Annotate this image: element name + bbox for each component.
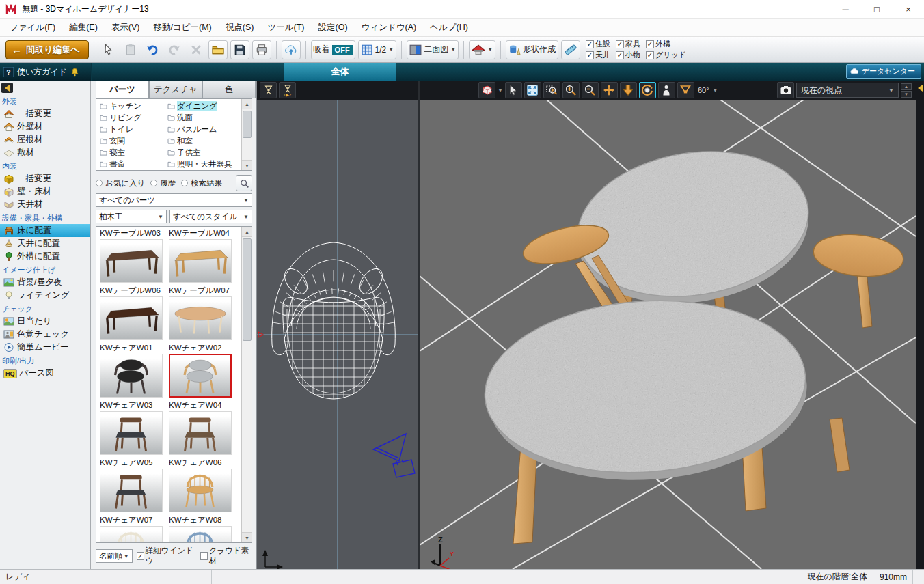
menu-item[interactable]: 表示(V) bbox=[105, 19, 147, 36]
part-item-KWチェアW05[interactable]: KWチェアW05 bbox=[100, 458, 168, 512]
undo-button[interactable] bbox=[143, 40, 162, 59]
category-照明・天井器具[interactable]: 照明・天井器具 bbox=[167, 158, 232, 170]
part-item-KWテーブルW04[interactable]: KWテーブルW04 bbox=[169, 228, 237, 283]
search-button[interactable] bbox=[236, 175, 252, 191]
close-button[interactable]: × bbox=[893, 0, 924, 19]
menu-item[interactable]: 設定(O) bbox=[312, 19, 355, 36]
persp-tool-zoom-out[interactable] bbox=[582, 82, 599, 98]
part-item-KWチェアW02[interactable]: KWチェアW02 bbox=[169, 343, 237, 398]
scroll-up-arrow[interactable]: ▲ bbox=[242, 227, 252, 237]
persp-tool-walk[interactable] bbox=[620, 82, 637, 98]
category-和室[interactable]: 和室 bbox=[167, 135, 232, 147]
scroll-down-arrow[interactable]: ▼ bbox=[242, 532, 252, 542]
menu-item[interactable]: ウィンドウ(A) bbox=[355, 19, 424, 36]
sidebar-item-外構に配置[interactable]: 外構に配置 bbox=[0, 250, 91, 263]
sidebar-item-一括変更[interactable]: 一括変更 bbox=[0, 107, 91, 120]
category-子供室[interactable]: 子供室 bbox=[167, 147, 232, 158]
persp-tool-zoom-region[interactable] bbox=[543, 82, 560, 98]
sidebar-item-屋根材[interactable]: 屋根材 bbox=[0, 133, 91, 146]
menu-item[interactable]: 視点(S) bbox=[219, 19, 261, 36]
plan-view-pane[interactable]: 1▶2 平面図 bbox=[257, 81, 418, 569]
part-thumbnail[interactable] bbox=[100, 469, 163, 512]
part-thumbnail[interactable] bbox=[169, 526, 232, 543]
part-item-KWチェアW06[interactable]: KWチェアW06 bbox=[169, 458, 237, 512]
part-thumbnail[interactable] bbox=[169, 239, 232, 283]
persp-tool-zoom-in[interactable] bbox=[562, 82, 580, 98]
save-viewpoint-button[interactable] bbox=[777, 82, 794, 98]
viewpoint-dropdown[interactable]: 現在の視点▼ bbox=[796, 83, 899, 98]
sidebar-item-外壁材[interactable]: 外壁材 bbox=[0, 120, 91, 133]
part-thumbnail[interactable] bbox=[169, 354, 232, 398]
layer-checkbox-グリッド[interactable]: ✓グリッド bbox=[646, 50, 686, 60]
part-thumbnail[interactable] bbox=[100, 411, 163, 455]
maker-dropdown[interactable]: 柏木工▼ bbox=[96, 210, 167, 223]
sidebar-item-床に配置[interactable]: 床に配置 bbox=[0, 224, 91, 237]
sidebar-item-天井に配置[interactable]: 天井に配置 bbox=[0, 237, 91, 250]
spin-down-button[interactable]: ▼ bbox=[901, 91, 912, 98]
right-collapse-strip[interactable] bbox=[916, 81, 924, 569]
all-parts-dropdown[interactable]: すべてのパーツ▼ bbox=[96, 193, 252, 207]
menu-item[interactable]: ヘルプ(H) bbox=[423, 19, 475, 36]
part-item-KWテーブルW06[interactable]: KWテーブルW06 bbox=[100, 286, 168, 340]
sidebar-item-ライティング[interactable]: ライティング bbox=[0, 289, 91, 302]
category-洗面[interactable]: 洗面 bbox=[167, 112, 232, 124]
sidebar-item-一括変更[interactable]: 一括変更 bbox=[0, 172, 91, 185]
persp-tool-person-view[interactable] bbox=[658, 82, 675, 98]
plan-tool-viewpoint-switch[interactable]: 1▶2 bbox=[279, 82, 296, 98]
category-ダイニング[interactable]: ダイニング bbox=[167, 100, 232, 112]
part-thumbnail[interactable] bbox=[100, 354, 163, 398]
persp-tool-display-mode[interactable] bbox=[478, 82, 495, 98]
grid-scale-dropdown[interactable]: 1/2 ▼ bbox=[358, 40, 397, 59]
part-thumbnail[interactable] bbox=[169, 469, 232, 512]
chevron-down-icon[interactable]: ▼ bbox=[713, 87, 718, 94]
minimize-button[interactable]: ─ bbox=[830, 0, 861, 19]
plan-tool-viewpoint-camera[interactable] bbox=[260, 82, 277, 98]
select-tool-button[interactable] bbox=[99, 40, 118, 59]
layer-checkbox-小物[interactable]: ✓小物 bbox=[616, 50, 640, 60]
menu-item[interactable]: 編集(E) bbox=[62, 19, 105, 36]
cloud-material-checkbox[interactable]: クラウド素材 bbox=[200, 546, 252, 566]
maximize-button[interactable]: □ bbox=[861, 0, 893, 19]
sidebar-item-背景/昼夕夜[interactable]: 背景/昼夕夜 bbox=[0, 276, 91, 289]
persp-tool-fit-view[interactable] bbox=[524, 82, 541, 98]
layer-checkbox-外構[interactable]: ✓外構 bbox=[646, 39, 670, 49]
part-item-KWチェアW07[interactable]: KWチェアW07 bbox=[100, 515, 168, 543]
sidebar-item-日当たり[interactable]: 日当たり bbox=[0, 315, 91, 328]
category-カーテン・ブラインド[interactable]: カーテン・ブラインド bbox=[100, 170, 189, 171]
sidebar-item-色覚チェック[interactable]: 色覚チェック bbox=[0, 328, 91, 341]
collapse-panel-button[interactable] bbox=[1, 83, 13, 93]
tab-テクスチャ[interactable]: テクスチャ bbox=[149, 81, 202, 98]
snap-toggle-button[interactable]: 吸着 OFF bbox=[311, 40, 355, 59]
search-results-radio[interactable] bbox=[181, 180, 188, 186]
perspective-view-pane[interactable]: ▼60°▼現在の視点▼▲▼ パース図 bbox=[418, 81, 916, 569]
part-thumbnail[interactable] bbox=[169, 296, 232, 340]
redo-button[interactable] bbox=[165, 40, 184, 59]
usage-guide-button[interactable]: ? 使い方ガイド bbox=[0, 63, 92, 81]
cloud-upload-button[interactable] bbox=[282, 40, 301, 59]
sort-dropdown[interactable]: 名前順▼ bbox=[96, 549, 133, 563]
spin-up-button[interactable]: ▲ bbox=[901, 83, 912, 90]
favorites-radio[interactable] bbox=[96, 180, 103, 186]
part-thumbnail[interactable] bbox=[100, 296, 163, 340]
persp-tool-select-cursor[interactable] bbox=[505, 82, 522, 98]
style-dropdown[interactable]: すべてのスタイル▼ bbox=[169, 210, 252, 223]
part-thumbnail[interactable] bbox=[100, 239, 163, 283]
layer-checkbox-家具[interactable]: ✓家具 bbox=[616, 39, 640, 49]
sidebar-item-パース図[interactable]: HQパース図 bbox=[0, 367, 91, 380]
print-button[interactable] bbox=[252, 40, 271, 59]
parts-grid-scrollbar[interactable]: ▲ ▼ bbox=[241, 227, 252, 542]
roof-tool-dropdown[interactable]: ▼ bbox=[469, 40, 495, 59]
perspective-canvas[interactable]: Z Y X bbox=[420, 100, 916, 569]
menu-item[interactable]: 移動/コピー(M) bbox=[146, 19, 218, 36]
data-center-button[interactable]: データセンター bbox=[846, 64, 921, 79]
part-item-KWテーブルW07[interactable]: KWテーブルW07 bbox=[169, 286, 237, 340]
part-item-KWテーブルW03[interactable]: KWテーブルW03 bbox=[100, 228, 168, 283]
sidebar-item-簡単ムービー[interactable]: 簡単ムービー bbox=[0, 341, 91, 354]
save-button[interactable] bbox=[230, 40, 249, 59]
delete-button[interactable] bbox=[187, 40, 206, 59]
view-layout-dropdown[interactable]: 二面図 ▼ bbox=[407, 40, 459, 59]
part-thumbnail[interactable] bbox=[100, 526, 163, 543]
shape-create-button[interactable]: 形状作成 bbox=[506, 40, 558, 59]
chevron-down-icon[interactable]: ▼ bbox=[498, 87, 503, 94]
layer-checkbox-住設[interactable]: ✓住設 bbox=[586, 39, 610, 49]
